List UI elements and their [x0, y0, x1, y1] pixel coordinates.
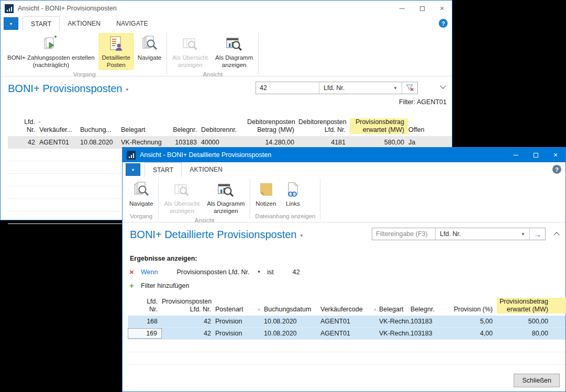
- column-header[interactable]: Debitorennr.: [201, 126, 247, 134]
- cell-provisionsbetrag[interactable]: 580,00: [350, 139, 408, 146]
- cell-buchungsdatum[interactable]: 10.08.2020: [264, 330, 320, 337]
- cell-verkaeufer[interactable]: AGENT01: [39, 139, 80, 146]
- cell-belegart[interactable]: VK-Rechn...: [379, 330, 410, 337]
- tab-start[interactable]: START: [145, 162, 182, 177]
- cell-provision-prozent[interactable]: 4,00: [447, 330, 497, 337]
- cell-lfd-nr[interactable]: 42: [8, 139, 39, 146]
- ribbon-separator: [158, 178, 159, 220]
- chevron-down-icon[interactable]: ▼: [389, 86, 402, 91]
- column-header[interactable]: Lfd. Nr.: [128, 298, 162, 313]
- filter-value[interactable]: 42: [293, 268, 300, 276]
- page-title-caret-icon[interactable]: ▾: [300, 233, 303, 238]
- cell-belegart[interactable]: VK-Rechn...: [379, 318, 410, 325]
- cell-postenart[interactable]: Provision: [215, 330, 264, 337]
- cell-debitorennr[interactable]: 40000: [201, 139, 247, 146]
- column-header[interactable]: Provisionsposten Lfd. Nr.: [162, 298, 215, 313]
- filter-field-select[interactable]: Lfd. Nr.: [319, 84, 389, 92]
- help-icon[interactable]: ?: [439, 19, 448, 28]
- close-button[interactable]: ×: [432, 1, 452, 16]
- app-menu-button[interactable]: ▼: [4, 17, 18, 30]
- cell-provisionsposten-lfdnr[interactable]: 42: [162, 318, 215, 325]
- column-header[interactable]: Debitorenposten Lfd. Nr.: [298, 118, 350, 134]
- navigate-button[interactable]: Navigate: [134, 33, 165, 62]
- show-as-list-button[interactable]: Als Übersicht anzeigen: [160, 179, 203, 216]
- minimize-button[interactable]: [392, 1, 412, 16]
- cell-provisionsbetrag[interactable]: 500,00: [497, 318, 566, 325]
- cell-postenart[interactable]: Provision: [215, 318, 264, 325]
- clear-filter-button[interactable]: [402, 82, 417, 94]
- column-header[interactable]: Lfd. Nr.▲: [8, 118, 39, 134]
- close-button[interactable]: ×: [546, 148, 565, 162]
- column-header[interactable]: Belegnr.: [410, 306, 447, 313]
- filter-input[interactable]: [372, 230, 435, 238]
- tab-start[interactable]: START: [23, 16, 60, 31]
- table-row-selected[interactable]: 169 42 Provision 10.08.2020 AGENT01 VK-R…: [128, 328, 565, 340]
- column-header[interactable]: Buchung...: [80, 126, 121, 134]
- titlebar[interactable]: Ansicht - BONI+ Detaillierte Provisionsp…: [123, 148, 565, 162]
- cell-verkaeufercode[interactable]: AGENT01: [320, 318, 379, 325]
- chevron-down-icon[interactable]: ▼: [517, 232, 529, 237]
- column-header[interactable]: Belegart: [121, 126, 171, 134]
- cell-belegart[interactable]: VK-Rechnung: [121, 139, 171, 146]
- column-header[interactable]: Verkäufercode▲: [320, 306, 379, 313]
- filter-value-input[interactable]: [256, 84, 319, 92]
- collapse-filter-chevron-icon[interactable]: [553, 232, 559, 238]
- column-header-highlighted[interactable]: Provisionsbetrag erwartet (MW): [350, 118, 408, 134]
- schliessen-button[interactable]: Schließen: [514, 374, 560, 387]
- column-header[interactable]: Belegnr.: [171, 126, 201, 134]
- expand-filter-chevron-icon[interactable]: [440, 83, 446, 88]
- filter-operator: ist: [267, 268, 274, 276]
- show-as-chart-button[interactable]: Als Diagramm anzeigen: [203, 179, 248, 216]
- maximize-button[interactable]: [526, 148, 546, 162]
- column-header[interactable]: Belegart: [379, 306, 410, 313]
- notes-button[interactable]: Notizen: [252, 179, 280, 208]
- create-payment-entries-button[interactable]: BONI+ Zahlungsposten erstellen (nachträg…: [4, 33, 98, 70]
- minimize-button[interactable]: [506, 148, 526, 162]
- show-as-chart-button[interactable]: Als Diagramm anzeigen: [212, 33, 257, 70]
- tab-aktionen[interactable]: AKTIONEN: [60, 16, 108, 31]
- help-icon[interactable]: ?: [552, 165, 561, 174]
- cell-debitorenposten-lfdnr[interactable]: 4181: [298, 139, 350, 146]
- column-header[interactable]: Buchungsdatum: [264, 306, 320, 313]
- ribbon: Navigate Vorgang Als Übersich: [123, 177, 565, 222]
- detailed-entries-button[interactable]: Detaillierte Posten: [98, 33, 134, 70]
- app-menu-button[interactable]: ▼: [126, 163, 140, 176]
- add-filter-row: + Filter hinzufügen: [123, 282, 565, 289]
- when-link[interactable]: Wenn: [141, 268, 158, 276]
- links-button[interactable]: Links: [280, 179, 306, 208]
- cell-provisionsbetrag[interactable]: 80,00: [497, 330, 566, 337]
- cell-debitorenposten-betrag[interactable]: 14.280,00: [247, 139, 298, 146]
- navigate-button[interactable]: Navigate: [126, 179, 157, 208]
- column-header[interactable]: Postenart▲: [215, 306, 264, 313]
- ribbon-separator: [320, 178, 320, 220]
- chevron-down-icon[interactable]: ▼: [257, 270, 261, 274]
- column-header[interactable]: Verkäufer...: [39, 126, 80, 134]
- cell-offen[interactable]: Ja: [408, 139, 432, 146]
- cell-buchungsdatum[interactable]: 10.08.2020: [264, 318, 320, 325]
- add-filter-link[interactable]: Filter hinzufügen: [141, 282, 189, 289]
- cell-lfd-nr[interactable]: 168: [128, 318, 162, 325]
- cell-provisionsposten-lfdnr[interactable]: 42: [162, 330, 215, 337]
- cell-belegnr[interactable]: 103183: [410, 318, 447, 325]
- table-row-selected[interactable]: 168 42 Provision 10.08.2020 AGENT01 VK-R…: [128, 316, 565, 328]
- remove-filter-icon[interactable]: ×: [129, 268, 138, 276]
- maximize-button[interactable]: [412, 1, 432, 16]
- cell-belegnr[interactable]: 103183: [410, 330, 447, 337]
- cell-verkaeufercode[interactable]: AGENT01: [320, 330, 379, 337]
- tab-aktionen[interactable]: AKTIONEN: [182, 162, 230, 177]
- apply-filter-button[interactable]: →: [529, 228, 545, 240]
- filter-field-dropdown[interactable]: Provisionsposten Lfd. Nr.: [176, 268, 249, 276]
- show-as-list-button[interactable]: Als Übersicht anzeigen: [169, 33, 212, 70]
- cell-provision-prozent[interactable]: 5,00: [447, 318, 497, 325]
- tab-navigate[interactable]: NAVIGATE: [108, 16, 156, 31]
- column-header-highlighted[interactable]: Provisionsbetrag erwartet (MW): [497, 298, 566, 313]
- cell-belegnr[interactable]: 103183: [171, 139, 201, 146]
- cell-lfd-nr-focused[interactable]: 169: [128, 328, 162, 339]
- page-title-caret-icon[interactable]: ▾: [126, 87, 128, 92]
- column-header[interactable]: Offen: [408, 126, 432, 134]
- filter-field-select[interactable]: Lfd. Nr.: [436, 230, 517, 238]
- titlebar[interactable]: Ansicht - BONI+ Provisionsposten ×: [1, 1, 452, 16]
- column-header[interactable]: Provision (%): [447, 306, 497, 313]
- column-header[interactable]: Debitorenposten Betrag (MW): [247, 118, 298, 134]
- cell-buchungsdatum[interactable]: 10.08.2020: [80, 139, 121, 146]
